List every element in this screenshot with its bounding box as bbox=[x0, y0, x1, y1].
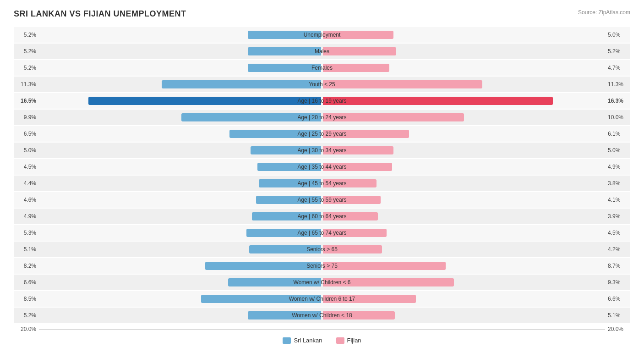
right-bar bbox=[323, 295, 416, 303]
left-bar-wrap bbox=[39, 192, 322, 208]
right-value: 4.5% bbox=[605, 230, 630, 236]
left-value: 9.9% bbox=[14, 114, 39, 121]
chart-row: 6.6% Women w/ Children < 6 9.3% bbox=[14, 275, 630, 290]
right-value: 5.0% bbox=[605, 147, 630, 154]
left-value: 5.2% bbox=[14, 48, 39, 55]
left-bar-wrap bbox=[39, 77, 322, 92]
right-value: 16.3% bbox=[605, 98, 630, 104]
right-bar-wrap bbox=[322, 93, 605, 109]
chart-rows: 5.2% Unemployment 5.0% 5.2% Males 5.2% 5… bbox=[14, 27, 630, 323]
bars-container: Age | 35 to 44 years bbox=[39, 159, 605, 175]
left-bar bbox=[228, 278, 321, 286]
right-bar-wrap bbox=[322, 209, 605, 224]
right-value: 6.6% bbox=[605, 296, 630, 302]
right-value: 8.7% bbox=[605, 263, 630, 269]
left-bar-wrap bbox=[39, 225, 322, 241]
right-bar-wrap bbox=[322, 291, 605, 307]
right-bar-wrap bbox=[322, 225, 605, 241]
left-bar-wrap bbox=[39, 60, 322, 76]
right-value: 4.9% bbox=[605, 164, 630, 170]
right-bar bbox=[323, 163, 392, 171]
left-bar bbox=[181, 113, 321, 121]
right-bar bbox=[323, 97, 553, 105]
right-value: 3.9% bbox=[605, 213, 630, 220]
left-value: 5.2% bbox=[14, 32, 39, 38]
left-bar bbox=[201, 295, 321, 303]
right-bar-wrap bbox=[322, 27, 605, 43]
chart-row: 5.2% Females 4.7% bbox=[14, 60, 630, 76]
left-bar-wrap bbox=[39, 143, 322, 158]
left-bar-wrap bbox=[39, 275, 322, 290]
right-value: 5.0% bbox=[605, 32, 630, 38]
legend-srilankan-label: Sri Lankan bbox=[294, 337, 322, 344]
left-bar bbox=[248, 64, 321, 72]
legend-srilankan-box bbox=[283, 337, 291, 344]
right-bar-wrap bbox=[322, 143, 605, 158]
bars-container: Age | 60 to 64 years bbox=[39, 209, 605, 224]
chart-row: 5.0% Age | 30 to 34 years 5.0% bbox=[14, 143, 630, 158]
bars-container: Women w/ Children < 6 bbox=[39, 275, 605, 290]
right-value: 4.1% bbox=[605, 197, 630, 203]
bars-container: Age | 55 to 59 years bbox=[39, 192, 605, 208]
left-value: 5.1% bbox=[14, 246, 39, 253]
left-bar bbox=[248, 311, 321, 319]
left-bar-wrap bbox=[39, 126, 322, 142]
bars-container: Age | 25 to 29 years bbox=[39, 126, 605, 142]
right-bar-wrap bbox=[322, 242, 605, 257]
chart-row: 8.2% Seniors > 75 8.7% bbox=[14, 258, 630, 274]
right-bar bbox=[323, 245, 382, 253]
chart-row: 9.9% Age | 20 to 24 years 10.0% bbox=[14, 110, 630, 125]
right-bar bbox=[323, 212, 378, 220]
left-bar-wrap bbox=[39, 291, 322, 307]
axis-line bbox=[39, 329, 605, 330]
bars-container: Females bbox=[39, 60, 605, 76]
bars-container: Youth < 25 bbox=[39, 77, 605, 92]
left-value: 4.5% bbox=[14, 164, 39, 170]
left-value: 4.6% bbox=[14, 197, 39, 203]
left-bar bbox=[256, 196, 321, 204]
right-bar-wrap bbox=[322, 110, 605, 125]
chart-row: 4.6% Age | 55 to 59 years 4.1% bbox=[14, 192, 630, 208]
bars-container: Age | 45 to 54 years bbox=[39, 176, 605, 191]
bars-container: Seniors > 75 bbox=[39, 258, 605, 274]
legend-fijian-box bbox=[336, 337, 344, 344]
right-bar-wrap bbox=[322, 192, 605, 208]
bars-container: Males bbox=[39, 44, 605, 59]
left-bar-wrap bbox=[39, 93, 322, 109]
right-bar bbox=[323, 64, 389, 72]
bars-container: Women w/ Children < 18 bbox=[39, 308, 605, 323]
right-value: 11.3% bbox=[605, 81, 630, 88]
right-value: 5.1% bbox=[605, 312, 630, 319]
chart-row: 5.2% Males 5.2% bbox=[14, 44, 630, 59]
left-bar-wrap bbox=[39, 110, 322, 125]
left-value: 16.5% bbox=[14, 98, 39, 104]
bars-container: Age | 16 to 19 years bbox=[39, 93, 605, 109]
left-value: 5.2% bbox=[14, 65, 39, 71]
chart-row: 16.5% Age | 16 to 19 years 16.3% bbox=[14, 93, 630, 109]
right-bar bbox=[323, 47, 396, 55]
axis-right: 20.0% bbox=[605, 326, 630, 332]
right-bar-wrap bbox=[322, 159, 605, 175]
bars-container: Seniors > 65 bbox=[39, 242, 605, 257]
right-bar-wrap bbox=[322, 258, 605, 274]
left-bar-wrap bbox=[39, 258, 322, 274]
left-bar bbox=[248, 47, 321, 55]
source-label: Source: ZipAtlas.com bbox=[578, 9, 630, 16]
left-bar-wrap bbox=[39, 176, 322, 191]
left-value: 6.6% bbox=[14, 279, 39, 286]
right-bar bbox=[323, 31, 393, 39]
bars-container: Age | 20 to 24 years bbox=[39, 110, 605, 125]
chart-row: 5.1% Seniors > 65 4.2% bbox=[14, 242, 630, 257]
left-bar-wrap bbox=[39, 27, 322, 43]
right-bar bbox=[323, 146, 393, 154]
chart-row: 11.3% Youth < 25 11.3% bbox=[14, 77, 630, 92]
bars-container: Age | 65 to 74 years bbox=[39, 225, 605, 241]
chart-row: 6.5% Age | 25 to 29 years 6.1% bbox=[14, 126, 630, 142]
right-bar-wrap bbox=[322, 126, 605, 142]
right-bar bbox=[323, 179, 377, 187]
axis-row: 20.0% 20.0% bbox=[14, 326, 630, 332]
legend-fijian-label: Fijian bbox=[347, 337, 361, 344]
right-value: 4.7% bbox=[605, 65, 630, 71]
left-bar bbox=[248, 31, 321, 39]
right-bar bbox=[323, 278, 454, 286]
